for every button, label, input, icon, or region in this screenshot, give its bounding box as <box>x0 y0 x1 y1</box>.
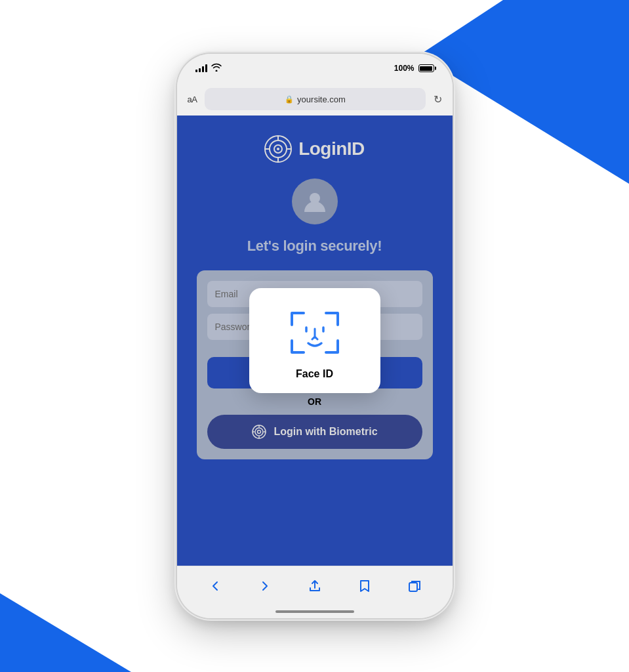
bookmarks-button[interactable] <box>352 573 378 599</box>
faceid-popup: Face ID <box>249 288 380 393</box>
signal-bar-2 <box>199 68 201 72</box>
web-content: LoginID Let's login securely! Login OR <box>177 116 453 566</box>
battery-percent: 100% <box>394 64 415 73</box>
signal-bar-4 <box>205 64 207 72</box>
faceid-overlay: Face ID <box>177 116 453 566</box>
faceid-title: Face ID <box>296 368 333 380</box>
battery-icon <box>418 64 434 72</box>
browser-toolbar: aA 🔒 yoursite.com ↻ <box>177 83 453 116</box>
phone-frame: 100% aA 🔒 yoursite.com ↻ LoginID <box>177 54 453 618</box>
back-button[interactable] <box>202 573 228 599</box>
svg-rect-10 <box>409 583 417 591</box>
signal-bar-1 <box>195 70 197 72</box>
tabs-button[interactable] <box>401 573 428 599</box>
share-button[interactable] <box>302 573 328 599</box>
faceid-icon <box>285 306 344 359</box>
signal-area <box>195 63 222 74</box>
url-text: yoursite.com <box>297 94 346 104</box>
font-size-button[interactable]: aA <box>188 94 197 104</box>
home-indicator <box>177 605 453 618</box>
status-bar: 100% <box>177 54 453 83</box>
address-bar[interactable]: 🔒 yoursite.com <box>205 88 425 110</box>
bottom-nav <box>177 566 453 605</box>
battery-area: 100% <box>394 64 434 73</box>
forward-button[interactable] <box>252 573 278 599</box>
battery-fill <box>420 66 432 71</box>
bg-decoration-bottom-left <box>0 541 131 672</box>
signal-bars-icon <box>195 64 207 72</box>
wifi-icon <box>211 63 222 74</box>
refresh-button[interactable]: ↻ <box>434 93 442 106</box>
home-bar <box>275 610 354 613</box>
lock-icon: 🔒 <box>285 95 294 104</box>
signal-bar-3 <box>202 66 204 72</box>
